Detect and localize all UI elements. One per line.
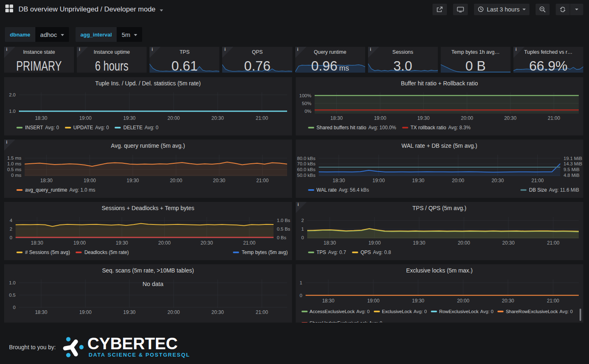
svg-text:60.0 kBs: 60.0 kBs: [297, 167, 315, 172]
svg-text:19:00: 19:00: [368, 240, 380, 246]
variable-selected-agg_interval: 5m: [122, 31, 130, 38]
legend-scrollbar[interactable]: [580, 309, 581, 321]
svg-text:1: 1: [299, 280, 302, 285]
svg-text:18:30: 18:30: [323, 240, 336, 246]
legend-label: INSERT: [25, 125, 43, 130]
chart-title[interactable]: Sessions + Deadlocks + Temp bytes: [4, 205, 292, 211]
chart-panel-tps-qps-5m-avg-: iTPS / QPS (5m avg.)21018:3019:0019:3020…: [296, 202, 584, 260]
stat-panel-instance-uptime: iInstance uptime6 hours: [77, 47, 147, 73]
variable-caret-icon: [61, 34, 64, 36]
legend-item-delete[interactable]: DELETEAvg: 0: [115, 125, 159, 130]
legend-avg: Avg: 0.7: [328, 250, 346, 255]
svg-text:0 ms: 0 ms: [11, 173, 21, 178]
chart-legend: Shared buffers hit ratioAvg: 100.0%TX ro…: [308, 124, 580, 131]
stat-panel-tps: iTPS0.61: [150, 47, 219, 73]
svg-text:20:30: 20:30: [491, 178, 504, 183]
legend-item-accessexclusivelock[interactable]: AccessExclusiveLockAvg: 0: [301, 309, 370, 314]
svg-text:21:00: 21:00: [547, 298, 559, 304]
legend-item-tps[interactable]: TPSAvg: 0.7: [308, 250, 346, 255]
chart-title[interactable]: TPS / QPS (5m avg.): [296, 205, 584, 211]
chart-panel-buffer-hit-ratio-rollback-ratio: Buffer hit ratio + Rollback ratio100%50%…: [296, 77, 584, 135]
legend-item-update[interactable]: UPDATEAvg: 0: [65, 125, 109, 130]
dashboard-title[interactable]: DB overview Unprivileged / Developer mod…: [18, 5, 156, 14]
variable-value-dbname[interactable]: adhoc: [35, 27, 69, 42]
refresh-interval-caret-button[interactable]: [570, 4, 583, 15]
legend-avg: Avg: 1.0 ms: [69, 187, 95, 193]
share-icon: [436, 6, 443, 13]
legend-item-sharerowexclusivelock[interactable]: ShareRowExclusiveLockAvg: 0: [497, 309, 573, 314]
legend-avg: Avg: 0: [95, 125, 109, 130]
chart-panel-avg-query-runtime-5m-avg-: iAvg. query runtime (5m avg.)1.5 ms1.0 m…: [4, 140, 292, 198]
legend-item-shared-buffers-hit-ratio[interactable]: Shared buffers hit ratioAvg: 100.0%: [308, 125, 396, 130]
info-i-glyph: i: [298, 202, 299, 207]
svg-text:19:30: 19:30: [412, 298, 424, 304]
chart-panel-seq-scans-5m-rate-10mb-tables-: Seq. scans (5m rate, >10MB tables)1.00.5…: [4, 264, 292, 323]
svg-text:1.0 ms: 1.0 ms: [7, 161, 21, 166]
legend-item-temp-bytes-5m-avg-[interactable]: Temp bytes (5m avg): [233, 250, 288, 255]
legend-swatch: [520, 189, 527, 191]
refresh-button[interactable]: [556, 4, 570, 15]
svg-text:9.5 MiB: 9.5 MiB: [564, 167, 580, 172]
grafana-grid-icon[interactable]: [5, 4, 14, 14]
chart-title[interactable]: Exclusive locks (5m max.): [296, 267, 584, 274]
svg-text:19:00: 19:00: [83, 178, 96, 183]
chart-title[interactable]: Tuple Ins. / Upd. / Del. statistics (5m …: [4, 80, 292, 87]
zoom-out-button[interactable]: [536, 4, 550, 15]
svg-text:20:30: 20:30: [504, 115, 516, 121]
stat-value: 0.76: [222, 58, 292, 73]
svg-text:0 Bs: 0 Bs: [277, 235, 286, 240]
legend-swatch: [431, 311, 437, 312]
svg-text:21:00: 21:00: [256, 309, 268, 315]
svg-text:21:00: 21:00: [531, 178, 543, 183]
legend-item-tx-rollback-ratio[interactable]: TX rollback ratioAvg: 8.3%: [402, 125, 471, 130]
legend-item-rowexclusivelock[interactable]: RowExclusiveLockAvg: 0: [431, 309, 493, 314]
svg-text:20:00: 20:00: [452, 178, 464, 183]
tv-mode-button[interactable]: [453, 4, 468, 15]
chart-title[interactable]: Avg. query runtime (5m avg.): [4, 142, 292, 149]
svg-text:2: 2: [10, 227, 12, 231]
chart-title[interactable]: WAL rate + DB size (5m avg.): [296, 142, 584, 149]
legend-item-wal-rate[interactable]: WAL rateAvg: 56.4 kBs: [308, 187, 369, 193]
legend-item-avg-query-runtime[interactable]: avg_query_runtimeAvg: 1.0 ms: [16, 187, 95, 193]
variable-value-agg_interval[interactable]: 5m: [117, 27, 142, 42]
svg-text:21:00: 21:00: [256, 178, 269, 183]
legend-item-shareupdateexclusivelock[interactable]: ShareUpdateExclusiveLockAvg: 0: [301, 321, 382, 323]
chart-title[interactable]: Buffer hit ratio + Rollback ratio: [296, 80, 584, 87]
legend-label: RowExclusiveLock: [439, 309, 479, 314]
variable-label-agg_interval: agg_interval: [76, 27, 117, 42]
variable-selected-dbname: adhoc: [40, 31, 57, 38]
svg-text:70.0 kBs: 70.0 kBs: [297, 161, 315, 166]
info-i-glyph: i: [6, 47, 7, 52]
svg-text:20:30: 20:30: [213, 178, 225, 183]
brand-name: CYBERTEC: [87, 337, 190, 350]
legend-item-exclusivelock[interactable]: ExclusiveLockAvg: 0: [374, 309, 427, 314]
legend-item-insert[interactable]: INSERTAvg: 0: [16, 125, 59, 130]
variable-agg_interval: agg_interval5m: [76, 27, 142, 42]
legend-item-deadlocks-5m-rate-[interactable]: Deadlocks (5m rate): [76, 250, 129, 255]
chart-panel-sessions-deadlocks-temp-bytes: Sessions + Deadlocks + Temp bytes41.0 Bs…: [4, 202, 292, 260]
stat-value: PRIMARY: [4, 58, 74, 73]
svg-text:19:00: 19:00: [374, 115, 386, 121]
svg-text:19:30: 19:30: [116, 240, 128, 246]
svg-text:0.5 ms: 0.5 ms: [7, 167, 21, 172]
svg-text:19:00: 19:00: [372, 178, 384, 183]
svg-text:1.0: 1.0: [9, 280, 16, 285]
svg-text:21:00: 21:00: [243, 240, 255, 246]
legend-item-qps[interactable]: QPSAvg: 0.8: [352, 250, 391, 255]
legend-swatch: [301, 311, 308, 312]
legend-item-db-size[interactable]: DB SizeAvg: 11.6 MiB: [520, 187, 579, 193]
legend-item--sessions-5m-avg-[interactable]: # Sessions (5m avg): [16, 250, 70, 255]
svg-text:2: 2: [301, 218, 304, 223]
chart-title[interactable]: Seq. scans (5m rate, >10MB tables): [4, 267, 292, 274]
time-picker-button[interactable]: Last 3 hours: [474, 4, 529, 15]
navbar: DB overview Unprivileged / Developer mod…: [0, 0, 589, 18]
svg-text:19:00: 19:00: [74, 240, 86, 246]
cybertec-logo-icon: [60, 334, 85, 361]
share-button[interactable]: [433, 4, 447, 15]
stat-title[interactable]: Temp bytes 1h avg…: [441, 49, 511, 55]
dashboard-title-caret-icon[interactable]: [160, 9, 163, 11]
svg-text:20:30: 20:30: [502, 298, 514, 304]
legend-avg: Avg: 0: [480, 309, 493, 314]
chart-panel-tuple-ins-upd-del-statistics-5m-rate-: Tuple Ins. / Upd. / Del. statistics (5m …: [4, 77, 292, 135]
svg-text:20:00: 20:00: [170, 178, 182, 183]
